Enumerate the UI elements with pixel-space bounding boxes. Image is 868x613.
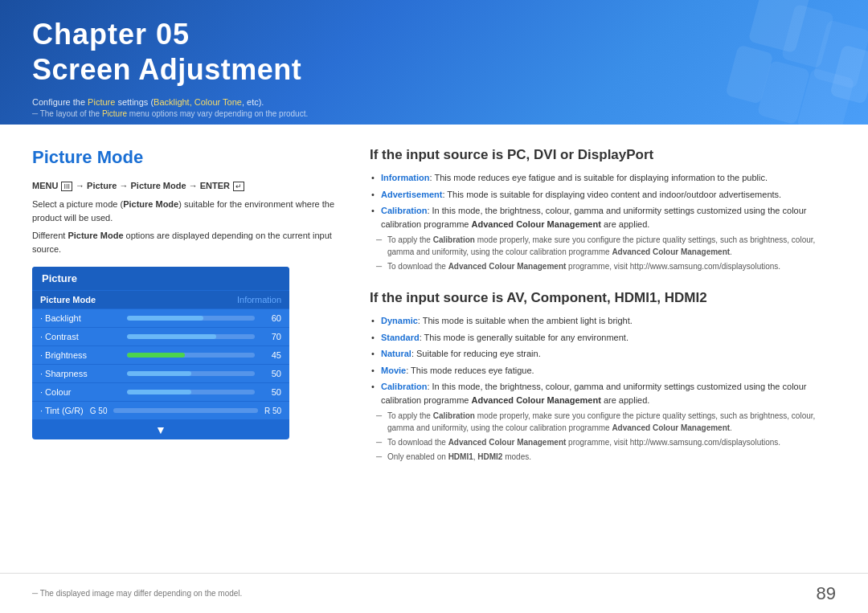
brightness-row: · Brightness 45 bbox=[32, 346, 289, 364]
header-description: Configure the Picture settings (Backligh… bbox=[32, 97, 264, 107]
backlight-label: · Backlight bbox=[40, 313, 121, 323]
picture-more-icon: ▼ bbox=[32, 420, 289, 439]
pc-section-title: If the input source is PC, DVI or Displa… bbox=[370, 147, 836, 163]
backlight-value: 60 bbox=[261, 313, 281, 323]
picture-mode-label: Picture Mode bbox=[40, 295, 96, 304]
bullet-advertisement: Advertisement: This mode is suitable for… bbox=[370, 188, 836, 202]
contrast-row: · Contrast 70 bbox=[32, 328, 289, 345]
picture-ui-header: Picture bbox=[32, 267, 289, 290]
picture-ui-mockup: Picture Picture Mode Information · Backl… bbox=[32, 267, 289, 439]
footer-note: The displayed image may differ depending… bbox=[32, 589, 242, 598]
sharpness-bar bbox=[127, 371, 255, 376]
picture-mode-value: Information bbox=[237, 295, 281, 304]
sharpness-fill bbox=[127, 371, 191, 376]
bullet-calibration-av: Calibration: In this mode, the brightnes… bbox=[370, 380, 836, 407]
chapter-subtitle: Screen Adjustment bbox=[32, 53, 301, 87]
contrast-value: 70 bbox=[261, 332, 281, 341]
colour-label: · Colour bbox=[40, 387, 121, 397]
main-content: Picture Mode MENU III → Picture → Pictur… bbox=[0, 125, 868, 573]
section-desc-1: Select a picture mode (Picture Mode) sui… bbox=[32, 198, 338, 224]
chapter-title: Chapter 05 bbox=[32, 18, 301, 51]
bullet-standard: Standard: This mode is generally suitabl… bbox=[370, 331, 836, 345]
tint-r-value: R 50 bbox=[264, 407, 281, 415]
backlight-row: · Backlight 60 bbox=[32, 309, 289, 327]
note-av-hdmi: Only enabled on HDMI1, HDMI2 modes. bbox=[370, 451, 836, 463]
note-av-calibration-2: To download the Advanced Colour Manageme… bbox=[370, 436, 836, 448]
tint-row: · Tint (G/R) G 50 R 50 bbox=[32, 402, 289, 419]
av-section-title: If the input source is AV, Component, HD… bbox=[370, 290, 836, 306]
note-calibration-2: To download the Advanced Colour Manageme… bbox=[370, 260, 836, 272]
tint-label: · Tint (G/R) bbox=[40, 406, 84, 415]
header-text: Chapter 05 Screen Adjustment bbox=[32, 18, 301, 87]
brightness-value: 45 bbox=[261, 350, 281, 360]
colour-fill bbox=[127, 390, 191, 394]
contrast-bar bbox=[127, 334, 255, 339]
menu-path: MENU III → Picture → Picture Mode → ENTE… bbox=[32, 181, 338, 191]
contrast-label: · Contrast bbox=[40, 332, 121, 341]
av-bullet-list: Dynamic: This mode is suitable when the … bbox=[370, 314, 836, 407]
colour-bar bbox=[127, 390, 255, 394]
sharpness-row: · Sharpness 50 bbox=[32, 365, 289, 382]
brightness-label: · Brightness bbox=[40, 350, 121, 360]
brightness-fill bbox=[127, 353, 185, 358]
colour-row: · Colour 50 bbox=[32, 383, 289, 401]
note-av-calibration-1: To apply the Calibration mode properly, … bbox=[370, 410, 836, 434]
bullet-information: Information: This mode reduces eye fatig… bbox=[370, 171, 836, 185]
footer: The displayed image may differ depending… bbox=[0, 573, 868, 613]
header-note: ─ The layout of the Picture menu options… bbox=[32, 109, 308, 118]
right-column: If the input source is PC, DVI or Displa… bbox=[370, 147, 836, 557]
colour-value: 50 bbox=[261, 387, 281, 397]
av-section: If the input source is AV, Component, HD… bbox=[370, 290, 836, 463]
bullet-natural: Natural: Suitable for reducing eye strai… bbox=[370, 347, 836, 361]
section-desc-2: Different Picture Mode options are displ… bbox=[32, 229, 338, 255]
picture-mode-title: Picture Mode bbox=[32, 147, 338, 168]
tint-bar bbox=[113, 408, 257, 413]
bullet-movie: Movie: This mode reduces eye fatigue. bbox=[370, 364, 836, 378]
tint-g-value: G 50 bbox=[90, 407, 108, 415]
picture-mode-section: Picture Mode MENU III → Picture → Pictur… bbox=[32, 147, 338, 255]
contrast-fill bbox=[127, 334, 216, 339]
brightness-bar bbox=[127, 353, 255, 358]
page-number: 89 bbox=[817, 583, 836, 604]
pc-bullet-list: Information: This mode reduces eye fatig… bbox=[370, 171, 836, 231]
backlight-fill bbox=[127, 316, 203, 321]
picture-mode-row: Picture Mode Information bbox=[32, 291, 289, 309]
pc-section: If the input source is PC, DVI or Displa… bbox=[370, 147, 836, 272]
header-banner: Chapter 05 Screen Adjustment Configure t… bbox=[0, 0, 868, 125]
sharpness-label: · Sharpness bbox=[40, 369, 121, 378]
backlight-bar bbox=[127, 316, 255, 321]
bullet-dynamic: Dynamic: This mode is suitable when the … bbox=[370, 314, 836, 328]
bullet-calibration-pc: Calibration: In this mode, the brightnes… bbox=[370, 204, 836, 231]
note-calibration-1: To apply the Calibration mode properly, … bbox=[370, 234, 836, 258]
sharpness-value: 50 bbox=[261, 369, 281, 378]
left-column: Picture Mode MENU III → Picture → Pictur… bbox=[32, 147, 338, 557]
